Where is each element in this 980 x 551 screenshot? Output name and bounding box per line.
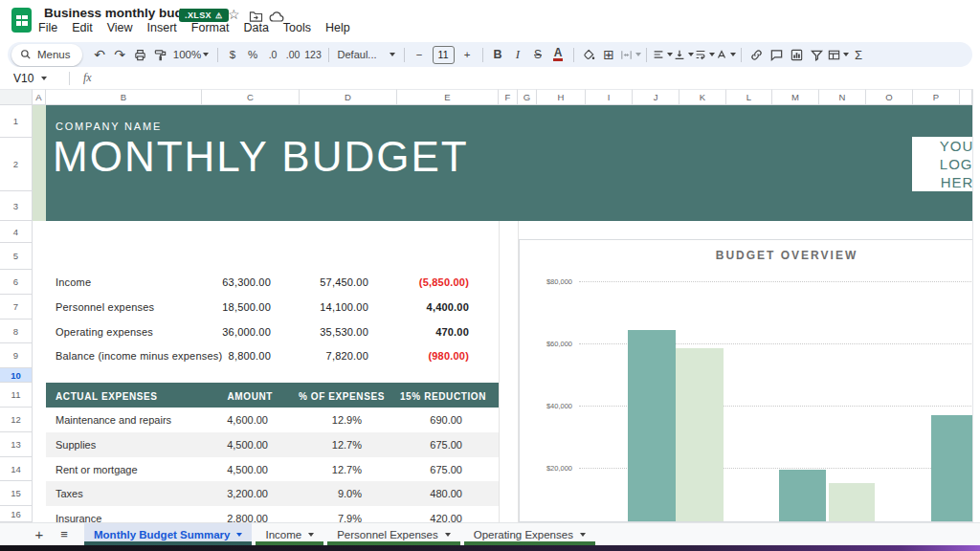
add-sheet-button[interactable]: +: [29, 523, 50, 545]
borders-button[interactable]: ⊞: [599, 44, 619, 65]
summary-row[interactable]: Income63,300.0057,450.00(5,850.00): [46, 270, 499, 295]
menu-edit[interactable]: Edit: [72, 21, 93, 34]
font-family-select[interactable]: Defaul...: [334, 44, 399, 65]
star-icon[interactable]: ☆: [228, 8, 240, 21]
column-header-K[interactable]: K: [679, 89, 726, 105]
expense-row[interactable]: Taxes3,200.009.0%480.00: [46, 481, 499, 506]
column-header-J[interactable]: J: [633, 89, 679, 105]
chevron-down-icon[interactable]: [445, 533, 451, 537]
chevron-down-icon[interactable]: [580, 533, 586, 537]
select-all-corner[interactable]: [0, 89, 33, 105]
column-header-L[interactable]: L: [726, 89, 772, 105]
column-header-P[interactable]: P: [913, 89, 960, 105]
menu-tools[interactable]: Tools: [283, 21, 311, 34]
redo-button[interactable]: ↷: [110, 44, 130, 65]
expense-row[interactable]: Supplies4,500.0012.7%675.00: [46, 432, 499, 457]
row-header-14[interactable]: 14: [0, 457, 33, 481]
column-header-E[interactable]: E: [397, 89, 499, 105]
zoom-control[interactable]: 100%: [170, 44, 212, 65]
name-box[interactable]: V10: [0, 72, 63, 85]
strikethrough-button[interactable]: S: [528, 44, 548, 65]
menu-insert[interactable]: Insert: [147, 21, 177, 34]
summary-row[interactable]: Personnel expenses18,500.0014,100.004,40…: [46, 295, 499, 320]
print-button[interactable]: [130, 44, 150, 65]
functions-button[interactable]: Σ: [849, 44, 869, 65]
summary-row[interactable]: Balance (income minus expenses)8,800.007…: [46, 343, 499, 368]
decrease-font-size-button[interactable]: −: [410, 44, 430, 65]
column-header-N[interactable]: N: [819, 89, 866, 105]
all-sheets-button[interactable]: ≡: [54, 523, 75, 545]
row-header-2[interactable]: 2: [0, 138, 33, 191]
column-header-O[interactable]: O: [866, 89, 913, 105]
column-header-G[interactable]: G: [518, 89, 537, 105]
row-header-1[interactable]: 1: [0, 105, 33, 138]
filter-button[interactable]: [807, 44, 827, 65]
column-header-C[interactable]: C: [202, 89, 300, 105]
text-rotation-button[interactable]: [715, 44, 736, 65]
insert-chart-button[interactable]: [787, 44, 807, 65]
bold-button[interactable]: B: [488, 44, 508, 65]
column-header-B[interactable]: B: [46, 89, 202, 105]
vertical-align-button[interactable]: [673, 44, 694, 65]
format-currency-button[interactable]: $: [223, 44, 243, 65]
row-header-5[interactable]: 5: [0, 243, 33, 270]
expense-row[interactable]: Insurance2,800.007.9%420.00: [46, 506, 499, 522]
row-header-15[interactable]: 15: [0, 481, 33, 506]
row-header-13[interactable]: 13: [0, 432, 33, 457]
row-header-4[interactable]: 4: [0, 221, 33, 243]
merge-cells-button[interactable]: [619, 44, 641, 65]
row-header-8[interactable]: 8: [0, 320, 33, 343]
more-formats-button[interactable]: 123: [303, 44, 323, 65]
column-header-M[interactable]: M: [772, 89, 819, 105]
table-views-button[interactable]: [827, 44, 849, 65]
menu-help[interactable]: Help: [325, 21, 350, 34]
column-header-A[interactable]: A: [33, 89, 46, 105]
row-header-9[interactable]: 9: [0, 343, 33, 368]
menu-data[interactable]: Data: [243, 21, 268, 34]
column-header-H[interactable]: H: [537, 89, 586, 105]
sheet-tab-monthly-budget-summary[interactable]: Monthly Budget Summary: [84, 523, 252, 545]
insert-comment-button[interactable]: [767, 44, 787, 65]
row-header-11[interactable]: 11: [0, 383, 33, 408]
insert-link-button[interactable]: [746, 44, 767, 65]
menu-format[interactable]: Format: [191, 21, 230, 34]
horizontal-align-button[interactable]: [652, 44, 673, 65]
row-header-6[interactable]: 6: [0, 270, 33, 295]
paint-format-button[interactable]: [150, 44, 170, 65]
expense-table-header[interactable]: ACTUAL EXPENSES AMOUNT % OF EXPENSES 15%…: [46, 383, 499, 408]
column-header-F[interactable]: F: [499, 89, 518, 105]
menu-view[interactable]: View: [107, 21, 133, 34]
row-header-10[interactable]: 10: [0, 368, 33, 383]
row-header-3[interactable]: 3: [0, 191, 33, 221]
text-color-button[interactable]: A: [548, 44, 568, 65]
row-header-12[interactable]: 12: [0, 408, 33, 432]
chevron-down-icon[interactable]: [308, 533, 314, 537]
chevron-down-icon[interactable]: [236, 533, 242, 537]
decrease-decimal-button[interactable]: .0: [263, 44, 283, 65]
font-size-input[interactable]: 11: [433, 46, 455, 64]
column-header-partial[interactable]: [960, 89, 972, 105]
format-percent-button[interactable]: %: [243, 44, 263, 65]
menus-search-button[interactable]: Menus: [11, 44, 82, 66]
sheet-tab-personnel-expenses[interactable]: Personnel Expenses: [327, 523, 459, 545]
vertical-scrollbar[interactable]: [972, 89, 980, 522]
column-header-D[interactable]: D: [300, 89, 397, 105]
row-header-7[interactable]: 7: [0, 295, 33, 320]
row-header-16[interactable]: 16: [0, 506, 33, 522]
increase-decimal-button[interactable]: .00: [283, 44, 303, 65]
sheet-tab-income[interactable]: Income: [256, 523, 323, 545]
expense-row[interactable]: Rent or mortgage4,500.0012.7%675.00: [46, 457, 499, 481]
italic-button[interactable]: I: [508, 44, 528, 65]
text-wrap-button[interactable]: [694, 44, 715, 65]
formula-input[interactable]: [92, 67, 980, 89]
expense-row[interactable]: Maintenance and repairs4,600.0012.9%690.…: [46, 408, 499, 432]
summary-row[interactable]: Operating expenses36,000.0035,530.00470.…: [46, 320, 499, 344]
menu-file[interactable]: File: [38, 21, 57, 34]
column-header-I[interactable]: I: [586, 89, 633, 105]
fill-color-button[interactable]: [579, 44, 599, 65]
logo-placeholder[interactable]: YOUR LOGO HERE: [912, 137, 980, 191]
sheet-tab-operating-expenses[interactable]: Operating Expenses: [464, 523, 595, 545]
increase-font-size-button[interactable]: +: [457, 44, 478, 65]
undo-button[interactable]: ↶: [90, 44, 110, 65]
budget-overview-chart[interactable]: BUDGET OVERVIEW $80,000$60,000$40,000$20…: [519, 239, 980, 522]
